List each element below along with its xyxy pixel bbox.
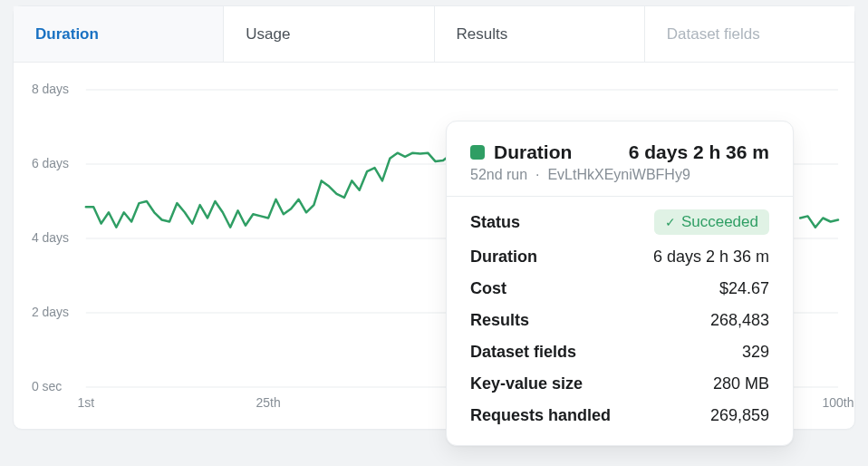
svg-text:100th: 100th: [823, 395, 854, 410]
row-label: Requests handled: [470, 406, 611, 425]
stats-card: Duration Usage Results Dataset fields 0 …: [13, 5, 855, 430]
run-tooltip: Duration 6 days 2 h 36 m 52nd run · EvLt…: [446, 121, 794, 446]
tooltip-row-cost: Cost $24.67: [470, 279, 769, 298]
row-label: Status: [470, 213, 520, 232]
row-label: Duration: [470, 248, 537, 267]
tab-usage[interactable]: Usage: [224, 6, 434, 62]
tooltip-subtitle: 52nd run · EvLtHkXEyniWBFHy9: [470, 167, 769, 183]
svg-text:0 sec: 0 sec: [32, 379, 62, 393]
tooltip-header: Duration 6 days 2 h 36 m: [470, 141, 769, 163]
tab-label: Results: [457, 25, 508, 44]
status-text: Succeeded: [681, 213, 758, 231]
tooltip-row-duration: Duration 6 days 2 h 36 m: [470, 248, 769, 267]
tab-label: Dataset fields: [667, 25, 760, 44]
tooltip-row-status: Status ✓ Succeeded: [470, 209, 769, 235]
row-value: 268,483: [710, 311, 769, 330]
row-value: $24.67: [719, 279, 769, 298]
tooltip-row-requests: Requests handled 269,859: [470, 406, 769, 425]
tabs-bar: Duration Usage Results Dataset fields: [14, 6, 854, 63]
tab-label: Duration: [35, 25, 99, 44]
tooltip-run-ordinal: 52nd run: [470, 167, 527, 182]
tab-dataset-fields[interactable]: Dataset fields: [645, 6, 854, 62]
svg-text:25th: 25th: [256, 395, 281, 410]
row-value: 329: [742, 343, 769, 362]
svg-text:6 days: 6 days: [32, 156, 69, 170]
series-color-swatch: [470, 145, 485, 160]
tooltip-divider: [447, 196, 793, 197]
row-value: 269,859: [710, 406, 769, 425]
check-icon: ✓: [665, 216, 676, 228]
tooltip-title: Duration: [494, 141, 572, 163]
tab-label: Usage: [246, 25, 290, 44]
row-label: Key-value size: [470, 374, 583, 393]
tooltip-row-kv-size: Key-value size 280 MB: [470, 374, 769, 393]
svg-text:8 days: 8 days: [32, 82, 69, 96]
svg-text:2 days: 2 days: [32, 305, 69, 319]
svg-text:4 days: 4 days: [32, 230, 69, 245]
tab-duration[interactable]: Duration: [14, 6, 224, 62]
tooltip-row-results: Results 268,483: [470, 311, 769, 330]
row-value: 6 days 2 h 36 m: [653, 248, 769, 267]
tooltip-row-dataset-fields: Dataset fields 329: [470, 343, 769, 362]
tooltip-run-id: EvLtHkXEyniWBFHy9: [547, 167, 690, 182]
tab-results[interactable]: Results: [435, 6, 645, 62]
tooltip-headline-value: 6 days 2 h 36 m: [629, 141, 769, 163]
row-value: 280 MB: [713, 374, 769, 393]
row-label: Cost: [470, 279, 506, 298]
row-label: Results: [470, 311, 529, 330]
status-badge: ✓ Succeeded: [654, 209, 769, 235]
svg-text:1st: 1st: [78, 395, 95, 410]
row-label: Dataset fields: [470, 343, 576, 362]
